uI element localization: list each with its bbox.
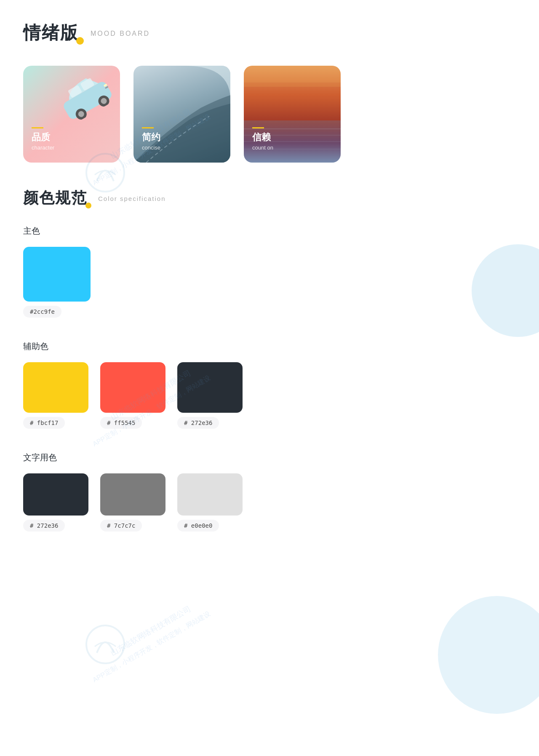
text-hex-wrapper-gray: # 7c7c7c xyxy=(100,520,142,532)
text-hex-dark: # 272e36 xyxy=(30,522,58,529)
aux-hex-wrapper-red: # ff5545 xyxy=(100,417,142,429)
watermark-logo-2 xyxy=(84,623,126,667)
primary-hex-wrapper: #2cc9fe xyxy=(23,306,61,318)
primary-color-box xyxy=(23,247,91,302)
text-color-box-dark xyxy=(23,473,88,516)
color-section-header: 颜色规范 Color specification xyxy=(23,188,516,208)
svg-point-1 xyxy=(86,625,124,663)
text-hex-gray: # 7c7c7c xyxy=(107,522,135,529)
aux-color-block: 辅助色 # fbcf17 # ff5545 xyxy=(23,341,516,429)
color-section-accent-dot xyxy=(85,203,91,208)
text-color-block: 文字用色 # 272e36 # 7c7c7c xyxy=(23,452,516,532)
text-hex-wrapper-dark: # 272e36 xyxy=(23,520,65,532)
text-color-label: 文字用色 xyxy=(23,452,516,463)
primary-swatch-group: #2cc9fe xyxy=(23,247,516,318)
card-en-trust: count on xyxy=(252,144,273,151)
aux-hex-yellow: # fbcf17 xyxy=(30,419,58,426)
card-label-trust: 信赖 count on xyxy=(252,127,273,151)
header-title-accent-dot xyxy=(76,37,84,45)
primary-hex-text: #2cc9fe xyxy=(30,308,55,315)
aux-hex-wrapper-yellow: # fbcf17 xyxy=(23,417,65,429)
card-accent-line-trust xyxy=(252,127,264,128)
text-color-box-light xyxy=(177,473,243,516)
primary-color-label: 主色 xyxy=(23,225,516,237)
text-color-box-gray xyxy=(100,473,165,516)
aux-hex-dark: # 272e36 xyxy=(184,419,212,426)
card-cn-quality: 品质 xyxy=(32,131,54,144)
card-accent-line-concise xyxy=(142,127,154,128)
header: 情绪版 MOOD BOARD xyxy=(23,21,516,45)
text-swatch-gray: # 7c7c7c xyxy=(100,473,165,532)
text-swatch-light: # e0e0e0 xyxy=(177,473,243,532)
aux-hex-red: # ff5545 xyxy=(107,419,135,426)
aux-swatch-red: # ff5545 xyxy=(100,362,165,429)
header-title-en: MOOD BOARD xyxy=(91,30,150,37)
text-hex-light: # e0e0e0 xyxy=(184,522,212,529)
color-section-en: Color specification xyxy=(98,195,166,202)
aux-swatch-dark: # 272e36 xyxy=(177,362,243,429)
primary-swatch-item: #2cc9fe xyxy=(23,247,91,318)
card-accent-line-quality xyxy=(32,127,43,128)
mood-card-trust: 信赖 count on xyxy=(244,66,341,163)
card-label-concise: 简约 concise xyxy=(142,127,160,151)
header-title-wrapper: 情绪版 xyxy=(23,21,84,45)
mood-card-concise: 简约 concise xyxy=(133,66,230,163)
car-illustration xyxy=(51,66,120,128)
color-section-cn: 颜色规范 xyxy=(23,188,87,208)
svg-rect-12 xyxy=(244,83,341,99)
bg-decoration-circle-bottom xyxy=(438,596,539,714)
aux-color-box-red xyxy=(100,362,165,413)
mood-card-quality: 品质 character xyxy=(23,66,120,163)
watermark-text-6: APP定制，小程序开发，软件定制，网站建设 xyxy=(90,607,213,687)
watermark-text-5: 山东临软网络科技有限公司 xyxy=(107,601,194,660)
card-cn-trust: 信赖 xyxy=(252,131,273,144)
page-content: 情绪版 MOOD BOARD xyxy=(0,0,539,578)
color-section-title-wrapper: 颜色规范 xyxy=(23,188,91,208)
text-hex-wrapper-light: # e0e0e0 xyxy=(177,520,219,532)
aux-color-box-yellow xyxy=(23,362,88,413)
text-swatch-group: # 272e36 # 7c7c7c # e0e0e0 xyxy=(23,473,516,532)
aux-swatch-yellow: # fbcf17 xyxy=(23,362,88,429)
mood-cards-container: 品质 character 简约 conci xyxy=(23,66,516,163)
header-title-cn: 情绪版 xyxy=(23,21,79,45)
aux-swatch-group: # fbcf17 # ff5545 # 272e36 xyxy=(23,362,516,429)
text-swatch-dark: # 272e36 xyxy=(23,473,88,532)
color-spec-section: 颜色规范 Color specification 主色 #2cc9fe 辅助色 xyxy=(23,188,516,532)
aux-color-label: 辅助色 xyxy=(23,341,516,352)
aux-color-box-dark xyxy=(177,362,243,413)
card-en-concise: concise xyxy=(142,144,160,151)
card-en-quality: character xyxy=(32,144,54,151)
primary-color-block: 主色 #2cc9fe xyxy=(23,225,516,318)
card-cn-concise: 简约 xyxy=(142,131,160,144)
aux-hex-wrapper-dark: # 272e36 xyxy=(177,417,219,429)
card-label-quality: 品质 character xyxy=(32,127,54,151)
